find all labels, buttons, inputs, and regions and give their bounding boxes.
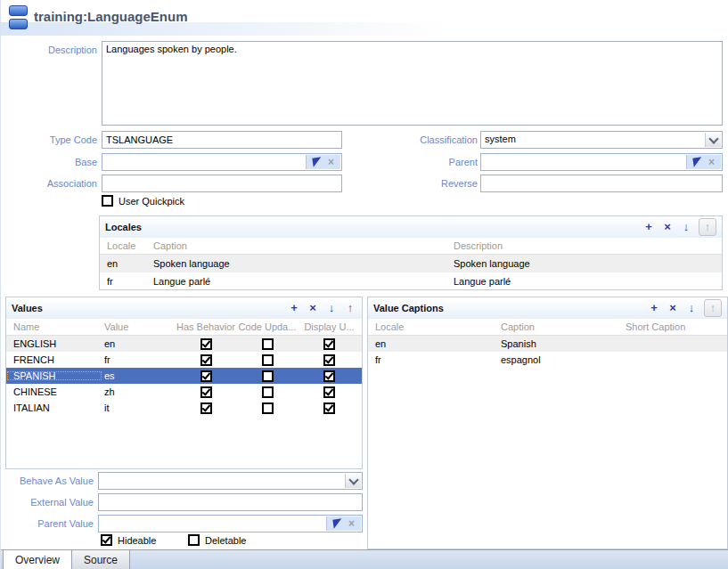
- delete-icon[interactable]: ×: [661, 220, 674, 234]
- classification-dropdown-button[interactable]: [705, 133, 721, 147]
- table-row[interactable]: en Spanish: [368, 336, 727, 352]
- table-row[interactable]: ENGLISH en: [6, 336, 362, 352]
- external-value-label: External Value: [1, 497, 94, 508]
- cell-name: SPANISH: [6, 370, 102, 381]
- display-update-checkbox[interactable]: [323, 338, 335, 350]
- has-behavior-checkbox[interactable]: [200, 370, 212, 382]
- association-input[interactable]: [102, 175, 342, 192]
- code-update-checkbox[interactable]: [262, 370, 274, 382]
- deletable-checkbox[interactable]: [188, 534, 200, 546]
- code-update-checkbox[interactable]: [262, 354, 274, 366]
- hideable-checkbox[interactable]: [101, 534, 112, 546]
- table-row[interactable]: fr espagnol: [368, 352, 727, 368]
- delete-icon[interactable]: ×: [307, 301, 319, 315]
- tab-label: Overview: [15, 554, 60, 566]
- cell-value: en: [102, 338, 174, 349]
- value-captions-panel: Value Captions + × ↓ ↑ Locale Caption Sh…: [367, 297, 728, 549]
- has-behavior-checkbox[interactable]: [200, 354, 212, 366]
- table-row[interactable]: ITALIAN it: [6, 400, 362, 416]
- type-code-input[interactable]: [102, 131, 342, 149]
- description-textarea[interactable]: Languages spoken by people.: [102, 41, 723, 126]
- code-update-checkbox[interactable]: [262, 386, 274, 398]
- values-panel-title: Values: [12, 303, 288, 313]
- column-header: Has Behavior: [174, 321, 238, 332]
- parent-value-clear-icon[interactable]: ×: [348, 518, 355, 529]
- table-row[interactable]: CHINESE zh: [6, 384, 362, 400]
- base-clear-icon[interactable]: ×: [328, 157, 334, 167]
- cell-name: ITALIAN: [6, 402, 102, 413]
- values-toolbar: + × ↓ ↑: [288, 301, 356, 315]
- header-gradient-band: [1, 22, 728, 36]
- column-header: Locale: [100, 240, 153, 251]
- cell-locale: fr: [368, 354, 494, 365]
- move-up-icon[interactable]: ↑: [699, 218, 716, 236]
- has-behavior-checkbox[interactable]: [200, 338, 212, 350]
- tab-source[interactable]: Source: [72, 550, 130, 569]
- table-row[interactable]: SPANISH es: [6, 368, 362, 384]
- parent-pick-arrow-icon[interactable]: [692, 157, 702, 167]
- move-up-icon[interactable]: ↑: [704, 299, 722, 317]
- move-down-icon[interactable]: ↓: [325, 301, 338, 315]
- association-label: Association: [1, 178, 97, 189]
- deletable-label: Deletable: [205, 535, 246, 546]
- move-up-icon[interactable]: ↑: [344, 301, 356, 315]
- table-row[interactable]: en Spoken language Spoken language: [100, 255, 722, 272]
- parent-value-pick-arrow-icon[interactable]: [332, 518, 342, 528]
- reverse-label: Reverse: [366, 178, 478, 189]
- move-down-icon[interactable]: ↓: [680, 220, 692, 234]
- classification-value: system: [485, 134, 704, 144]
- parent-field[interactable]: ×: [480, 153, 723, 171]
- header: training:LanguageEnum: [1, 0, 728, 36]
- column-header: Short Caption: [618, 321, 727, 332]
- code-update-checkbox[interactable]: [262, 338, 274, 350]
- value-captions-panel-header: Value Captions + × ↓ ↑: [368, 297, 727, 319]
- parent-picker-zone: ×: [686, 155, 721, 169]
- add-icon[interactable]: +: [648, 301, 660, 315]
- delete-icon[interactable]: ×: [667, 301, 679, 315]
- parent-value-field[interactable]: ×: [98, 515, 363, 532]
- display-update-checkbox[interactable]: [323, 386, 335, 398]
- chevron-down-icon: [708, 134, 718, 143]
- locales-table-header: Locale Caption Description: [100, 238, 722, 255]
- has-behavior-checkbox[interactable]: [200, 402, 212, 414]
- base-field[interactable]: ×: [102, 153, 342, 171]
- move-down-icon[interactable]: ↓: [685, 301, 698, 315]
- display-update-checkbox[interactable]: [323, 370, 335, 382]
- parent-clear-icon[interactable]: ×: [708, 157, 715, 167]
- table-row[interactable]: FRENCH fr: [6, 352, 362, 368]
- display-update-checkbox[interactable]: [323, 354, 335, 366]
- add-icon[interactable]: +: [288, 301, 300, 315]
- has-behavior-checkbox[interactable]: [200, 386, 212, 398]
- cell-caption: Spoken language: [153, 258, 454, 269]
- tab-overview[interactable]: Overview: [3, 550, 72, 569]
- base-picker-zone: ×: [306, 155, 340, 169]
- base-pick-arrow-icon[interactable]: [312, 157, 322, 167]
- bottom-tab-strip: Overview Source: [1, 549, 728, 569]
- external-value-input[interactable]: [98, 493, 363, 511]
- locales-toolbar: + × ↓ ↑: [642, 218, 716, 236]
- reverse-input[interactable]: [480, 175, 723, 192]
- behave-as-value-label: Behave As Value: [1, 476, 94, 486]
- enum-entity-icon: [9, 5, 28, 30]
- value-captions-toolbar: + × ↓ ↑: [648, 299, 722, 317]
- tab-label: Source: [84, 554, 118, 566]
- cell-caption: Langue parlé: [153, 276, 454, 287]
- behave-as-value-dropdown-button[interactable]: [345, 474, 361, 488]
- classification-label: Classification: [366, 134, 478, 145]
- classification-select[interactable]: system: [480, 131, 723, 149]
- code-update-checkbox[interactable]: [262, 402, 274, 414]
- user-quickpick-row: User Quickpick: [102, 195, 184, 207]
- editor-page: training:LanguageEnum Description Langua…: [0, 0, 728, 569]
- add-icon[interactable]: +: [642, 220, 655, 234]
- locales-panel-title: Locales: [105, 222, 642, 232]
- behave-as-value-select[interactable]: [98, 472, 363, 490]
- hideable-row: Hideable: [101, 534, 156, 546]
- column-header: Code Upda...: [238, 321, 297, 332]
- cell-value: es: [102, 370, 174, 381]
- display-update-checkbox[interactable]: [323, 402, 335, 414]
- column-header: Name: [6, 321, 102, 332]
- hideable-label: Hideable: [118, 535, 156, 546]
- table-row[interactable]: fr Langue parlé Langue parlé: [100, 272, 722, 290]
- locales-panel-header: Locales + × ↓ ↑: [100, 216, 722, 238]
- user-quickpick-checkbox[interactable]: [102, 195, 113, 207]
